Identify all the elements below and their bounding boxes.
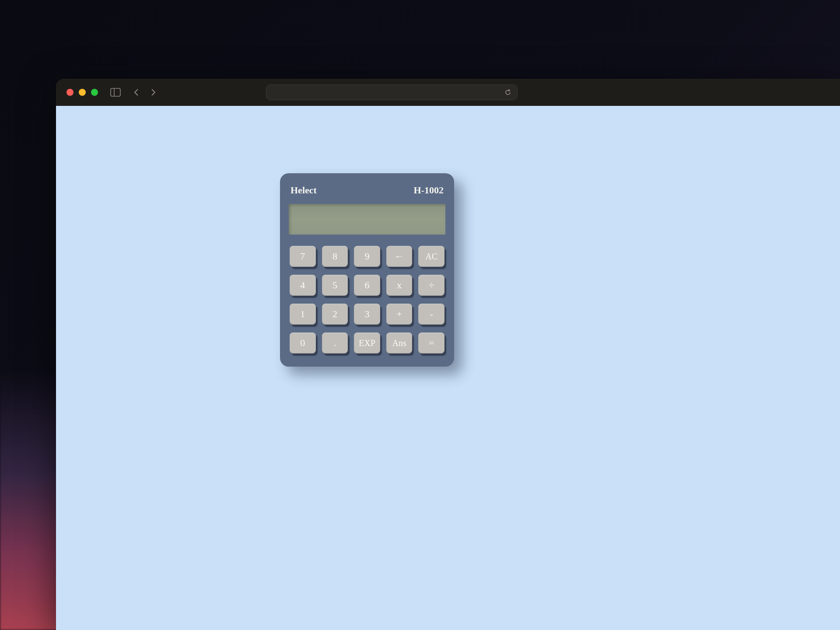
maximize-window-button[interactable] — [91, 89, 98, 96]
key-6[interactable]: 6 — [354, 275, 380, 296]
sidebar-toggle-button[interactable] — [110, 88, 121, 97]
key-decimal[interactable]: . — [322, 332, 348, 354]
key-equals[interactable]: = — [418, 332, 444, 354]
key-ac[interactable]: AC — [418, 246, 444, 267]
key-exp[interactable]: EXP — [354, 332, 380, 354]
reload-button[interactable] — [504, 88, 512, 96]
key-5[interactable]: 5 — [322, 275, 348, 296]
key-1[interactable]: 1 — [290, 304, 316, 325]
key-9[interactable]: 9 — [354, 246, 380, 267]
page-viewport: Helect H-1002 7 8 9 ← AC 4 5 6 x ÷ 1 2 3… — [56, 106, 840, 630]
window-controls — [66, 89, 98, 96]
key-divide[interactable]: ÷ — [418, 275, 444, 296]
browser-toolbar — [56, 79, 840, 106]
calculator-display — [289, 204, 445, 234]
key-plus[interactable]: + — [386, 304, 413, 325]
close-window-button[interactable] — [66, 89, 74, 96]
calculator-keypad: 7 8 9 ← AC 4 5 6 x ÷ 1 2 3 + - 0 . EXP A… — [289, 246, 445, 354]
calculator-header: Helect H-1002 — [289, 185, 445, 204]
svg-rect-0 — [111, 88, 120, 96]
key-8[interactable]: 8 — [322, 246, 348, 267]
calculator: Helect H-1002 7 8 9 ← AC 4 5 6 x ÷ 1 2 3… — [280, 173, 454, 367]
key-0[interactable]: 0 — [290, 332, 316, 354]
forward-button[interactable] — [149, 88, 158, 97]
key-backspace[interactable]: ← — [386, 246, 413, 267]
minimize-window-button[interactable] — [79, 89, 86, 96]
nav-arrows — [132, 88, 158, 97]
calculator-brand: Helect — [290, 185, 317, 196]
key-minus[interactable]: - — [418, 304, 444, 325]
address-bar[interactable] — [266, 84, 518, 100]
back-button[interactable] — [132, 88, 141, 97]
key-ans[interactable]: Ans — [386, 332, 413, 354]
key-7[interactable]: 7 — [290, 246, 316, 267]
key-2[interactable]: 2 — [322, 304, 348, 325]
key-4[interactable]: 4 — [290, 275, 316, 296]
key-multiply[interactable]: x — [386, 275, 413, 296]
key-3[interactable]: 3 — [354, 304, 380, 325]
calculator-model: H-1002 — [414, 185, 444, 196]
browser-window: Helect H-1002 7 8 9 ← AC 4 5 6 x ÷ 1 2 3… — [56, 79, 840, 630]
